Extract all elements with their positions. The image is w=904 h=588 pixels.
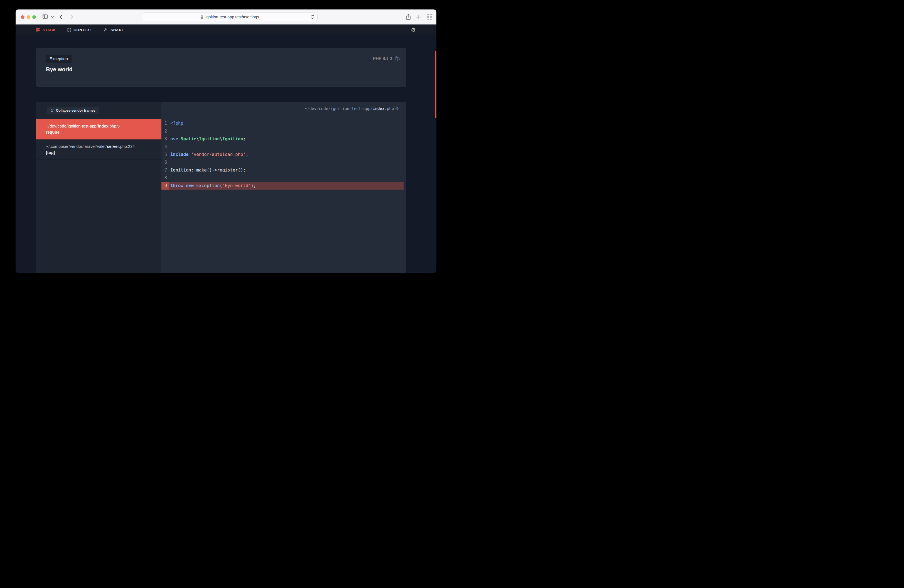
collapse-vendor-frames-button[interactable]: Collapse vendor frames — [47, 107, 99, 114]
code-text: <?php — [169, 121, 183, 126]
code-token: Ignition — [222, 136, 243, 141]
back-arrow-icon — [60, 14, 63, 19]
path-slash: / — [48, 124, 49, 128]
gear-icon: ⚙ — [411, 27, 416, 33]
laravel-icon — [395, 56, 400, 61]
forward-arrow-icon — [70, 14, 73, 19]
stack-frame-active[interactable]: ~/dev/code/ignition-test-app/index.php:9… — [36, 119, 161, 139]
code-text: throw new Exception('Bye world'); — [169, 183, 256, 188]
code-token: Exception — [196, 183, 220, 188]
path-slash: / — [68, 144, 70, 149]
line-number-ref: :9 — [116, 124, 120, 128]
gutter-line-number: 4 — [161, 143, 169, 151]
code-token: Spatie — [181, 136, 196, 141]
tab-stack[interactable]: STACK — [36, 28, 56, 32]
code-token: <?php — [170, 121, 183, 126]
code-token: ( — [220, 183, 222, 188]
chevron-down-icon — [51, 16, 54, 18]
path-slash: / — [307, 106, 309, 111]
stack-lines-icon — [36, 28, 40, 32]
sidebar-toggle-button[interactable] — [43, 14, 48, 19]
path-slash: / — [66, 124, 68, 128]
tabs-grid-icon — [427, 14, 432, 19]
code-text: use Spatie\Ignition\Ignition; — [169, 136, 246, 141]
lock-icon — [201, 15, 204, 19]
ignition-navbar: STACK CONTEXT — [16, 24, 436, 35]
path-slash: / — [95, 144, 97, 149]
frame-file-path: ~/.composer/vendor/laravel/valet/server.… — [46, 144, 156, 150]
code-token: Ignition — [199, 136, 220, 141]
file-extension: .php — [119, 144, 127, 149]
window-controls — [21, 15, 36, 19]
path-slash: / — [48, 144, 49, 149]
path-segment: .composer — [50, 144, 69, 149]
gutter-line-number: 8 — [161, 174, 169, 182]
frame-file-path: ~/dev/code/ignition-test-app/index.php:9 — [46, 123, 156, 129]
collapse-icon — [51, 109, 54, 112]
code-token: throw — [170, 183, 183, 188]
stack-frame-list: ~/dev/code/ignition-test-app/index.php:9… — [36, 119, 161, 160]
code-token: Ignition::make()->register(); — [170, 168, 246, 172]
path-segment: code — [58, 124, 66, 128]
tab-overview-button[interactable] — [427, 14, 432, 19]
scrollbar-thumb[interactable] — [435, 51, 436, 118]
sidebar-dropdown-button[interactable] — [51, 16, 54, 18]
file-extension: .php — [384, 106, 394, 111]
file-extension: .php — [108, 124, 116, 128]
code-token — [183, 183, 186, 188]
stack-frame[interactable]: ~/.composer/vendor/laravel/valet/server.… — [36, 139, 161, 160]
gutter-line-number: 7 — [161, 166, 169, 174]
code-token — [188, 152, 191, 157]
file-name: index — [373, 106, 384, 111]
stack-frames-panel: Collapse vendor frames ~/dev/code/igniti… — [36, 102, 161, 273]
gutter-line-number: 2 — [161, 127, 169, 135]
gutter-line-number: 3 — [161, 135, 169, 143]
frame-method: [top] — [46, 150, 156, 156]
code-token: new — [186, 183, 194, 188]
gutter-line-number: 6 — [161, 158, 169, 166]
path-segment: laravel — [84, 144, 96, 149]
path-slash: / — [106, 144, 107, 149]
share-export-icon — [406, 14, 411, 20]
path-segment: valet — [97, 144, 106, 149]
code-line-8: 8 — [161, 174, 403, 182]
code-text: include 'vendor/autoload.php'; — [169, 152, 248, 157]
frame-method: require — [46, 130, 156, 135]
address-bar[interactable]: ignition-test-app.test/#settings — [142, 13, 318, 21]
code-panel: ~/dev/code/ignition-test-app/index.php:9… — [161, 102, 406, 273]
close-window-button[interactable] — [21, 15, 24, 19]
minimize-window-button[interactable] — [27, 15, 30, 19]
exception-card: Exception Bye world PHP 8.1.0 — [36, 48, 406, 87]
runtime-meta: PHP 8.1.0 — [373, 56, 400, 61]
code-line-4: 4 — [161, 143, 403, 151]
sidebar-icon — [43, 14, 48, 19]
exception-message: Bye world — [46, 66, 73, 73]
code-token — [194, 183, 196, 188]
tab-context[interactable]: CONTEXT — [67, 28, 92, 32]
collapse-label: Collapse vendor frames — [56, 109, 95, 112]
code-token: include — [170, 152, 188, 157]
tab-share-label: SHARE — [111, 28, 124, 32]
settings-button[interactable]: ⚙ — [411, 27, 416, 33]
browser-window: ignition-test-app.test/#settings — [16, 9, 436, 273]
back-button[interactable] — [60, 14, 63, 19]
code-token: 'Bye world' — [222, 183, 251, 188]
path-slash: / — [328, 106, 330, 111]
code-token: \ — [196, 136, 199, 141]
code-line-5: 5include 'vendor/autoload.php'; — [161, 151, 403, 158]
share-page-button[interactable] — [406, 14, 411, 20]
tab-context-label: CONTEXT — [73, 28, 92, 32]
path-slash: / — [82, 144, 84, 149]
page-content: Exception Bye world PHP 8.1.0 — [16, 35, 436, 273]
plus-icon — [416, 15, 420, 19]
stack-section: Collapse vendor frames ~/dev/code/igniti… — [36, 102, 406, 273]
gutter-line-number: 1 — [161, 119, 169, 127]
reload-button[interactable] — [310, 15, 315, 19]
fullscreen-window-button[interactable] — [32, 15, 36, 19]
forward-button[interactable] — [70, 14, 73, 19]
code-line-3: 3use Spatie\Ignition\Ignition; — [161, 135, 403, 143]
new-tab-button[interactable] — [416, 15, 420, 19]
code-line-1: 1<?php — [161, 119, 403, 127]
tab-share[interactable]: SHARE — [104, 28, 124, 32]
code-line-2: 2 — [161, 127, 403, 135]
